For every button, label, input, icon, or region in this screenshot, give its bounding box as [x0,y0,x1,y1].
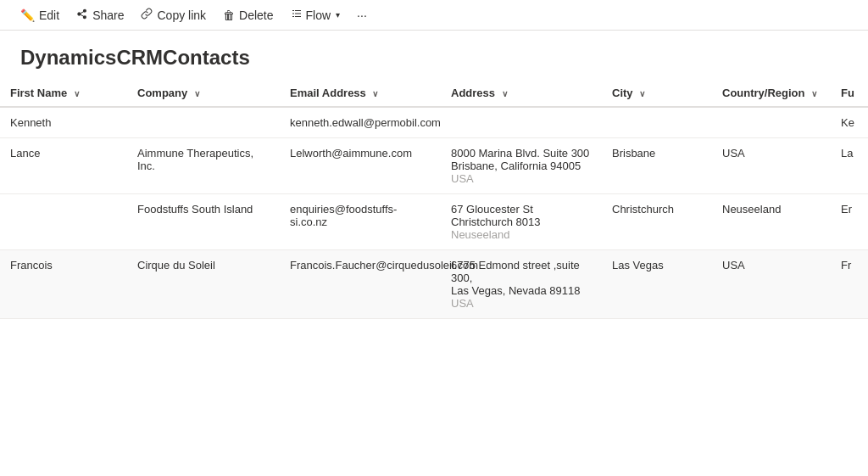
cell-address: 6775 Edmond street ,suite 300,Las Vegas,… [441,250,602,319]
cell-address [441,107,602,138]
cell-country: Neuseeland [712,194,831,250]
cell-firstname: Kenneth [0,107,127,138]
col-header-city[interactable]: City ∨ [602,80,712,107]
table-body: Kennethkenneth.edwall@permobil.comKeLanc… [0,107,868,319]
table-row: Kennethkenneth.edwall@permobil.comKe [0,107,868,138]
col-header-email[interactable]: Email Address ∨ [280,80,441,107]
contacts-table: First Name ∨ Company ∨ Email Address ∨ A… [0,80,868,319]
cell-email: enquiries@foodstuffs-si.co.nz [280,194,441,250]
cell-city: Las Vegas [602,250,712,319]
table-header: First Name ∨ Company ∨ Email Address ∨ A… [0,80,868,107]
cell-city: Brisbane [602,138,712,194]
cell-firstname: Francois [0,250,127,319]
page-title: DynamicsCRMContacts [20,46,848,70]
cell-city [602,107,712,138]
col-header-company[interactable]: Company ∨ [127,80,280,107]
delete-button[interactable]: 🗑 Delete [216,5,280,25]
cell-email: Francois.Faucher@cirquedusoleil.com [280,250,441,319]
sort-icon-firstname: ∨ [74,89,80,98]
edit-icon: ✏️ [20,8,35,22]
data-table-container: First Name ∨ Company ∨ Email Address ∨ A… [0,80,868,319]
col-header-extra: Fu [831,80,868,107]
cell-extra: Ke [831,107,868,138]
edit-button[interactable]: ✏️ Edit [14,5,66,25]
delete-icon: 🗑 [223,8,235,22]
col-header-address[interactable]: Address ∨ [441,80,602,107]
more-button[interactable]: ··· [350,5,374,25]
cell-country [712,107,831,138]
table-row: FrancoisCirque du SoleilFrancois.Faucher… [0,250,868,319]
share-button[interactable]: Share [70,4,131,25]
cell-email: kenneth.edwall@permobil.com [280,107,441,138]
sort-icon-country: ∨ [811,89,817,98]
flow-icon [291,8,303,22]
sort-icon-email: ∨ [372,89,378,98]
cell-company: Foodstuffs South Island [127,194,280,250]
link-icon [141,8,153,22]
flow-button[interactable]: Flow ▾ [284,4,348,25]
cell-extra: Fr [831,250,868,319]
chevron-down-icon: ▾ [336,10,340,20]
cell-firstname: Lance [0,138,127,194]
cell-company: Aimmune Therapeutics, Inc. [127,138,280,194]
table-row: Foodstuffs South Islandenquiries@foodstu… [0,194,868,250]
cell-extra: Er [831,194,868,250]
cell-country: USA [712,250,831,319]
cell-city: Christchurch [602,194,712,250]
page-title-area: DynamicsCRMContacts [0,31,868,80]
table-row: LanceAimmune Therapeutics, Inc.Lelworth@… [0,138,868,194]
sort-icon-city: ∨ [639,89,645,98]
sort-icon-company: ∨ [194,89,200,98]
cell-address: 67 Gloucester StChristchurch 8013Neuseel… [441,194,602,250]
cell-address: 8000 Marina Blvd. Suite 300Brisbane, Cal… [441,138,602,194]
toolbar: ✏️ Edit Share Copy link 🗑 Delete Flow ▾ [0,0,868,31]
cell-company [127,107,280,138]
cell-email: Lelworth@aimmune.com [280,138,441,194]
cell-country: USA [712,138,831,194]
share-icon [76,8,88,22]
col-header-country[interactable]: Country/Region ∨ [712,80,831,107]
copy-link-button[interactable]: Copy link [134,4,213,25]
cell-firstname [0,194,127,250]
cell-extra: La [831,138,868,194]
col-header-firstname[interactable]: First Name ∨ [0,80,127,107]
sort-icon-address: ∨ [502,89,508,98]
cell-company: Cirque du Soleil [127,250,280,319]
